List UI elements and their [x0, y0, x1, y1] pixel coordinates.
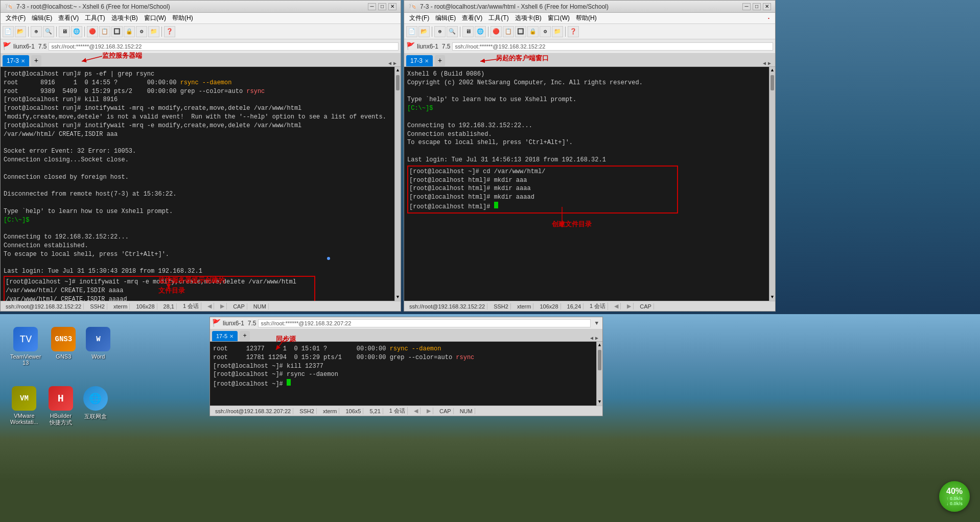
tab-close-left[interactable]: ✕: [21, 58, 25, 64]
tab-add-bottom[interactable]: +: [240, 331, 250, 341]
toolbar-rbtn3[interactable]: 🖥: [462, 26, 474, 37]
tabbar-bottom: 17-5 ✕ + ◀ ▶: [210, 329, 602, 342]
toolbar-btn3[interactable]: 🖥: [59, 26, 70, 37]
scroll-up-bottom[interactable]: ▲: [597, 342, 602, 349]
status-cap-left: CAP: [231, 303, 247, 310]
toolbar-new-left[interactable]: 📄: [3, 26, 14, 37]
menu-edit-left[interactable]: 编辑(E): [29, 13, 55, 23]
toolbar-btn10[interactable]: 📁: [148, 26, 159, 37]
tabbar-left: 17-3 ✕ + ◀ ▶: [1, 54, 401, 67]
menu-window-left[interactable]: 窗口(W): [141, 13, 169, 23]
tab-right[interactable]: 17-3 ✕: [406, 55, 433, 66]
toolbar-help-right[interactable]: ❓: [568, 26, 579, 37]
status-sess-right: 1 会话: [588, 302, 608, 310]
menu-file-left[interactable]: 文件(F): [3, 13, 29, 23]
menu-tools-left[interactable]: 工具(T): [82, 13, 108, 23]
session-dropdown-bottom[interactable]: ▼: [593, 320, 600, 326]
menu-window-right[interactable]: 窗口(W): [545, 13, 573, 23]
term-line-3: root 9389 5409 0 15:29 pts/2 00:00:00 gr…: [4, 87, 391, 96]
titlebar-right: 🐚 7-3 - root@localhost:/var/www/html - X…: [404, 1, 775, 13]
toolbar-btn5[interactable]: 🔴: [87, 26, 98, 37]
toolbar-btn2[interactable]: 🔍: [43, 26, 54, 37]
menu-tabs-right[interactable]: 选项卡(B): [512, 13, 545, 23]
sessionbar-left: 🚩 liunx6-1 7.5: [1, 39, 401, 54]
scrollbar-left[interactable]: ▲ ▼: [394, 67, 401, 301]
toolbar-rbtn8[interactable]: 🔒: [527, 26, 539, 37]
toolbar-rbtn5[interactable]: 🔴: [491, 26, 502, 37]
scroll-thumb-left[interactable]: [396, 75, 400, 90]
scrollbar-right[interactable]: ▲ ▼: [769, 67, 775, 301]
minimize-btn-left[interactable]: ─: [368, 3, 376, 10]
toolbar-btn1[interactable]: ⊕: [31, 26, 42, 37]
session-addr-bottom[interactable]: [258, 319, 591, 327]
menu-help-left[interactable]: 帮助(H): [169, 13, 196, 23]
session-addr-right[interactable]: [452, 42, 773, 51]
scrollbar-bottom[interactable]: ▲ ▼: [596, 342, 602, 406]
toolbar-btn7[interactable]: 🔲: [111, 26, 123, 37]
scroll-down-right[interactable]: ▼: [769, 294, 775, 301]
desktop-icon-hbuilder[interactable]: H HBuilder快捷方式: [49, 386, 73, 426]
scroll-thumb-bottom[interactable]: [598, 350, 601, 370]
scroll-up-right[interactable]: ▲: [769, 67, 775, 74]
tab-close-right[interactable]: ✕: [425, 58, 429, 64]
tab-next-bottom[interactable]: ▶: [595, 335, 598, 341]
tab-prev-left[interactable]: ◀: [388, 60, 391, 66]
tab-add-right[interactable]: +: [435, 55, 445, 66]
toolbar-help[interactable]: ❓: [164, 26, 175, 37]
terminal-right[interactable]: Xshell 6 (Build 0086) Copyright (c) 2002…: [404, 67, 769, 301]
close-btn-left[interactable]: ✕: [388, 3, 396, 10]
maximize-btn-right[interactable]: □: [753, 3, 761, 10]
desktop-icon-teamviewer[interactable]: TV TeamViewer13: [10, 327, 41, 366]
desktop-icon-gns3[interactable]: GNS3 GNS3: [51, 327, 76, 366]
menu-view-left[interactable]: 查看(V): [55, 13, 82, 23]
scroll-thumb-right[interactable]: [771, 75, 774, 90]
menu-help-right[interactable]: 帮助(H): [573, 13, 600, 23]
rterm-line-2: Copyright (c) 2002 NetSarang Computer, I…: [407, 79, 766, 87]
tab-prev-bottom[interactable]: ◀: [590, 335, 593, 341]
toolbar-new-right[interactable]: 📄: [406, 26, 417, 37]
scroll-up-left[interactable]: ▲: [395, 67, 401, 74]
terminal-bottom[interactable]: root 12377 1 0 15:01 ? 00:00:00 rsync --…: [210, 342, 596, 406]
statusbar-left: ssh://root@192.168.32.152:22 SSH2 xterm …: [1, 301, 401, 311]
close-btn-right[interactable]: ✕: [763, 3, 771, 10]
menu-file-right[interactable]: 文件(F): [406, 13, 432, 23]
menu-tools-right[interactable]: 工具(T): [485, 13, 511, 23]
session-addr-left[interactable]: [49, 42, 399, 51]
tab-left[interactable]: 17-3 ✕: [3, 55, 29, 66]
toolbar-btn9[interactable]: ⚙: [136, 26, 147, 37]
minimize-btn-right[interactable]: ─: [742, 3, 751, 10]
tab-close-bottom[interactable]: ✕: [229, 334, 234, 339]
toolbar-btn4[interactable]: 🌐: [71, 26, 82, 37]
menu-view-right[interactable]: 查看(V): [459, 13, 485, 23]
toolbar-rbtn10[interactable]: 📁: [552, 26, 563, 37]
menu-tabs-left[interactable]: 选项卡(B): [108, 13, 141, 23]
term-create-aaaa: /var/www/html/ CREATE,ISDIR aaaa: [6, 287, 313, 295]
toolbar-rbtn2[interactable]: 🔍: [447, 26, 458, 37]
tab-bottom[interactable]: 17-5 ✕: [212, 331, 238, 341]
desktop-icon-internet[interactable]: 🌐 互联网盒: [83, 386, 108, 426]
status-cap-right: CAP: [638, 303, 654, 310]
toolbar-btn8[interactable]: 🔒: [124, 26, 135, 37]
toolbar-rbtn4[interactable]: 🌐: [475, 26, 486, 37]
toolbar-rbtn7[interactable]: 🔲: [515, 26, 526, 37]
desktop-icon-vmware[interactable]: VM VMwareWorkstati...: [10, 386, 38, 426]
toolbar-rbtn9[interactable]: ⚙: [540, 26, 551, 37]
toolbar-open-left[interactable]: 📂: [15, 26, 26, 37]
maximize-btn-left[interactable]: □: [378, 3, 386, 10]
toolbar-rbtn1[interactable]: ⊕: [434, 26, 446, 37]
desktop-icon-word[interactable]: W Word: [86, 327, 110, 366]
tab-add-left[interactable]: +: [31, 55, 41, 66]
bterm-line-2: root 12781 11294 0 15:29 pts/1 00:00:00 …: [213, 353, 593, 362]
word-label: Word: [91, 353, 105, 360]
toolbar-open-right[interactable]: 📂: [418, 26, 430, 37]
toolbar-btn6[interactable]: 📋: [99, 26, 110, 37]
terminal-left[interactable]: [root@localhost run]# ps -ef | grep rsyn…: [1, 67, 394, 301]
icon-row-2: VM VMwareWorkstati... H HBuilder快捷方式 🌐 互…: [10, 386, 102, 426]
toolbar-rbtn6[interactable]: 📋: [503, 26, 514, 37]
scroll-down-left[interactable]: ▼: [395, 294, 401, 301]
tab-prev-right[interactable]: ◀: [763, 60, 766, 66]
menu-edit-right[interactable]: 编辑(E): [432, 13, 459, 23]
tab-next-right[interactable]: ▶: [768, 60, 771, 66]
scroll-down-bottom[interactable]: ▼: [597, 398, 602, 406]
tab-next-left[interactable]: ▶: [393, 60, 396, 66]
